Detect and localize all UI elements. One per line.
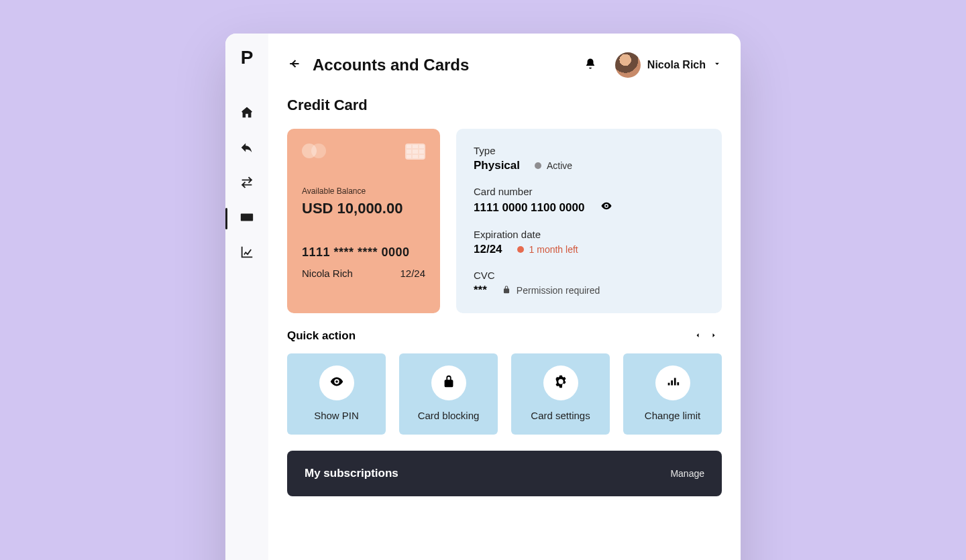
app-logo: P [241,47,254,68]
sidebar-item-undo[interactable] [225,131,268,166]
avatar [615,52,641,78]
sidebar: P [225,34,268,560]
quick-next-button[interactable] [706,330,722,342]
manage-subscriptions-link[interactable]: Manage [670,468,704,479]
reply-icon [239,140,254,158]
quick-action-card-blocking[interactable]: Card blocking [399,353,498,435]
quick-action-label: Change limit [630,410,715,421]
mastercard-icon [302,144,329,160]
chart-line-icon [239,245,254,262]
user-menu[interactable]: Nicola Rich [615,52,722,78]
username: Nicola Rich [647,59,706,71]
quick-action-title: Quick action [287,329,690,343]
sidebar-item-analytics[interactable] [225,236,268,271]
notifications-button[interactable] [584,58,596,72]
quick-action-grid: Show PIN Card blocking Card settings Cha… [287,353,722,435]
detail-cvc-label: CVC [474,270,704,281]
sidebar-item-cards[interactable] [225,201,268,236]
credit-card-visual: Available Balance USD 10,000.00 1111 ***… [287,129,440,313]
reveal-number-button[interactable] [591,200,612,215]
sidebar-item-home[interactable] [225,97,268,131]
detail-type-label: Type [474,145,704,156]
warning-dot-icon [517,246,524,253]
home-icon [239,105,254,123]
detail-expiration-label: Expiration date [474,229,704,240]
lock-icon [441,374,456,392]
page-title: Accounts and Cards [313,56,575,74]
eye-icon [591,202,612,215]
app-window: P [225,34,741,560]
main-content: Accounts and Cards Nicola Rich Credit Ca… [268,34,741,560]
lock-icon [502,285,511,296]
transfer-icon [239,175,254,192]
card-expiry: 12/24 [400,268,425,279]
card-row: Available Balance USD 10,000.00 1111 ***… [287,129,722,313]
chevron-right-icon [710,330,718,342]
chevron-down-icon [712,59,722,71]
section-title: Credit Card [287,97,722,114]
quick-action-label: Card settings [518,410,603,421]
quick-action-header: Quick action [287,329,722,343]
gears-icon [553,374,568,392]
quick-action-card-settings[interactable]: Card settings [511,353,610,435]
detail-cvc-value: *** [474,284,487,297]
chevron-left-icon [694,330,702,342]
card-details-panel: Type Physical Active Card number 1111 00… [456,129,722,313]
quick-prev-button[interactable] [690,330,706,342]
card-holder: Nicola Rich [302,268,353,279]
quick-action-show-pin[interactable]: Show PIN [287,353,386,435]
detail-type-status: Active [547,160,572,171]
subscriptions-panel: My subscriptions Manage [287,451,722,496]
credit-card-icon [239,210,254,227]
sidebar-item-transfers[interactable] [225,166,268,201]
card-chip-icon [405,144,425,160]
quick-action-label: Show PIN [294,410,379,421]
back-button[interactable] [287,57,301,73]
bars-icon [665,374,680,392]
balance-value: USD 10,000.00 [302,200,425,217]
balance-label: Available Balance [302,186,425,196]
detail-expiration-warning: 1 month left [529,244,578,255]
detail-expiration-value: 12/24 [474,243,502,256]
subscriptions-title: My subscriptions [305,467,398,480]
detail-number-label: Card number [474,186,704,197]
quick-action-change-limit[interactable]: Change limit [623,353,722,435]
card-masked-number: 1111 **** **** 0000 [302,245,425,260]
eye-icon [329,374,344,392]
arrow-left-icon [287,61,301,72]
status-dot-icon [535,162,541,169]
detail-type-value: Physical [474,159,520,172]
header: Accounts and Cards Nicola Rich [287,52,722,78]
detail-cvc-permission: Permission required [517,285,600,296]
bell-icon [584,60,596,72]
quick-action-label: Card blocking [406,410,491,421]
detail-number-value: 1111 0000 1100 0000 [474,201,584,215]
